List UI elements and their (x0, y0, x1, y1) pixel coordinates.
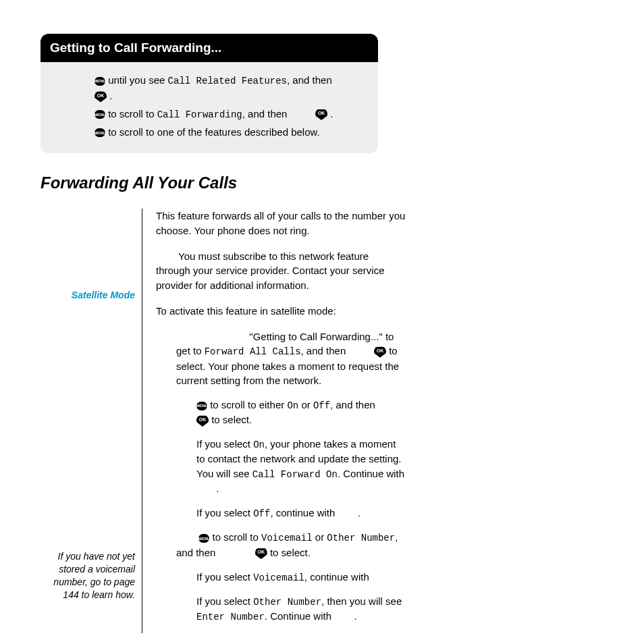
content-column: This feature forwards all of your calls … (142, 209, 406, 633)
text: . (330, 108, 333, 119)
note-paragraph: If you select Other Number, then you wil… (156, 594, 406, 624)
text: . (354, 610, 356, 622)
side-label: Satellite Mode (41, 290, 135, 300)
text: until you see (108, 74, 165, 86)
menu-icon: MENU (198, 534, 209, 543)
two-column-layout: Satellite Mode If you have not yet store… (41, 209, 603, 633)
document-page: Getting to Call Forwarding... MENU until… (0, 0, 644, 644)
text: . (358, 507, 360, 518)
ui-text: Voicemail (253, 572, 304, 583)
text: or (301, 399, 310, 410)
text: or (315, 531, 324, 543)
step-paragraph: "Getting to Call Forwarding..." to get t… (156, 329, 406, 389)
ui-text: Other Number (253, 597, 321, 608)
section-heading: Forwarding All Your Calls (41, 173, 603, 192)
text: If you select (196, 438, 250, 450)
note-paragraph: If you select Off, continue with . (156, 506, 406, 520)
ui-text: Off (253, 508, 270, 519)
procedure-body: MENU until you see Call Related Features… (41, 62, 378, 153)
menu-icon: MENU (95, 77, 105, 86)
text: to scroll to either (210, 399, 284, 410)
note-paragraph: If you select Voicemail, continue with (156, 570, 406, 585)
text: , and then (330, 399, 375, 410)
menu-icon: MENU (196, 402, 207, 410)
procedure-step: MENU to scroll to Call Forwarding, and t… (95, 107, 369, 122)
paragraph: To activate this feature in satellite mo… (156, 304, 406, 319)
paragraph: You must subscribe to this network featu… (156, 249, 406, 293)
procedure-box: Getting to Call Forwarding... MENU until… (41, 34, 378, 153)
ok-icon: OK (255, 547, 267, 559)
text: to select. (270, 547, 311, 558)
ok-icon: OK (95, 91, 107, 103)
procedure-step: MENU to scroll to one of the features de… (95, 125, 369, 140)
menu-icon: MENU (95, 110, 105, 119)
text: . Continue with (265, 610, 331, 622)
side-note: If you have not yet stored a voicemail n… (41, 550, 135, 601)
ui-text: Call Related Features (168, 76, 287, 86)
side-column: Satellite Mode If you have not yet store… (41, 209, 142, 633)
ui-text: Enter Number (196, 612, 265, 622)
text: If you select (196, 571, 250, 583)
ui-text: Call Forwarding (157, 109, 242, 120)
ui-text: Off (313, 400, 330, 411)
text: . (109, 90, 112, 101)
ui-text: Voicemail (261, 533, 313, 543)
text: to scroll to one of the features describ… (108, 126, 320, 138)
text: , and then (242, 108, 288, 119)
ok-icon: OK (196, 415, 209, 427)
text: , continue with (270, 507, 335, 518)
ok-icon: OK (315, 109, 327, 120)
ui-text: On (287, 400, 298, 411)
ui-text: Other Number (327, 533, 395, 543)
ui-text: Forward All Calls (205, 346, 301, 357)
text: , and then (301, 345, 346, 356)
text: . Continue with (338, 468, 404, 479)
ui-text: On (253, 439, 265, 450)
text: , and then (287, 74, 332, 86)
text: You must subscribe to this network featu… (156, 250, 385, 292)
text: to scroll to (108, 108, 154, 119)
procedure-step: MENU until you see Call Related Features… (95, 73, 369, 104)
step-paragraph: MENU to scroll to either On or Off, and … (156, 398, 406, 427)
text: If you select (196, 507, 250, 518)
paragraph: This feature forwards all of your calls … (156, 209, 406, 238)
text: . (216, 483, 219, 494)
ui-text: Call Forward On (252, 469, 338, 480)
text: If you select (196, 595, 250, 607)
text: , then you will see (321, 595, 402, 607)
text: , continue with (304, 571, 369, 583)
note-paragraph: If you select On, your phone takes a mom… (156, 437, 406, 496)
procedure-title: Getting to Call Forwarding... (41, 34, 378, 62)
menu-icon: MENU (95, 128, 105, 137)
ok-icon: OK (374, 346, 386, 358)
step-paragraph: MENU to scroll to Voicemail or Other Num… (156, 530, 406, 560)
text: to select. (211, 414, 252, 425)
text: to scroll to (213, 531, 259, 543)
